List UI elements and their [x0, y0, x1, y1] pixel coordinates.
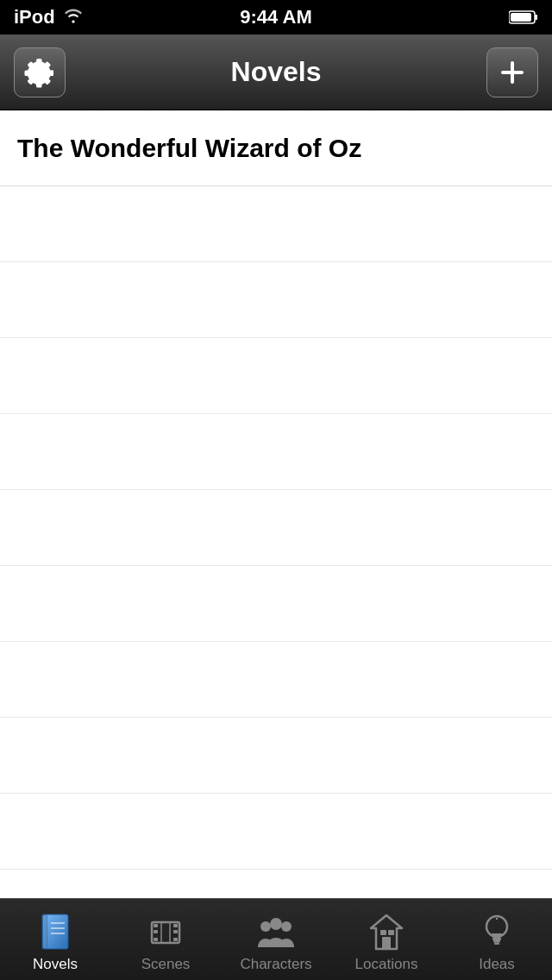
svg-rect-28	[494, 943, 499, 945]
svg-rect-11	[154, 930, 158, 933]
list-item-empty	[0, 718, 552, 794]
status-right	[509, 9, 538, 25]
status-time: 9:44 AM	[240, 6, 312, 28]
svg-rect-22	[382, 937, 391, 949]
svg-rect-1	[535, 15, 537, 20]
add-button[interactable]	[486, 47, 538, 97]
svg-rect-8	[43, 915, 47, 948]
tab-novels[interactable]: Novels	[0, 899, 110, 980]
svg-rect-13	[173, 924, 178, 927]
svg-rect-26	[492, 938, 501, 940]
list-item-empty	[0, 566, 552, 642]
characters-icon	[256, 913, 296, 952]
svg-rect-15	[173, 938, 178, 941]
list-item-empty	[0, 338, 552, 414]
tab-ideas-label: Ideas	[479, 956, 515, 973]
list-item-empty	[0, 642, 552, 718]
svg-rect-27	[493, 940, 500, 943]
list-item-empty	[0, 490, 552, 566]
status-bar: iPod 9:44 AM	[0, 0, 552, 35]
svg-rect-10	[154, 924, 158, 927]
list-item-empty	[0, 414, 552, 490]
ideas-icon	[477, 913, 517, 952]
svg-rect-14	[173, 930, 178, 933]
status-left: iPod	[14, 6, 83, 28]
tab-characters[interactable]: Characters	[221, 899, 331, 980]
svg-rect-2	[511, 13, 531, 22]
list-item[interactable]: The Wonderful Wizard of Oz	[0, 110, 552, 186]
tab-scenes-label: Scenes	[141, 956, 191, 973]
svg-point-20	[270, 918, 282, 930]
scenes-icon	[146, 913, 185, 952]
settings-button[interactable]	[14, 47, 66, 97]
tab-novels-label: Novels	[33, 956, 78, 973]
novels-icon	[35, 913, 75, 952]
battery-icon	[509, 9, 538, 25]
svg-rect-23	[380, 930, 386, 935]
page-title: Novels	[231, 56, 322, 88]
svg-rect-12	[154, 938, 158, 941]
wifi-icon	[64, 6, 83, 28]
list-item-empty	[0, 262, 552, 338]
svg-point-19	[281, 921, 292, 932]
tab-scenes[interactable]: Scenes	[110, 899, 221, 980]
list-item-empty	[0, 794, 552, 870]
tab-characters-label: Characters	[240, 956, 311, 973]
locations-icon	[367, 913, 406, 952]
nav-bar: Novels	[0, 35, 552, 110]
novels-list: The Wonderful Wizard of Oz	[0, 110, 552, 898]
tab-bar: Novels Scenes	[0, 898, 552, 980]
tab-locations-label: Locations	[355, 956, 418, 973]
device-name: iPod	[14, 6, 55, 28]
novel-title: The Wonderful Wizard of Oz	[17, 134, 361, 163]
tab-locations[interactable]: Locations	[331, 899, 442, 980]
list-item-empty	[0, 186, 552, 262]
svg-rect-24	[388, 930, 394, 935]
tab-ideas[interactable]: Ideas	[442, 899, 552, 980]
svg-point-18	[260, 921, 271, 932]
